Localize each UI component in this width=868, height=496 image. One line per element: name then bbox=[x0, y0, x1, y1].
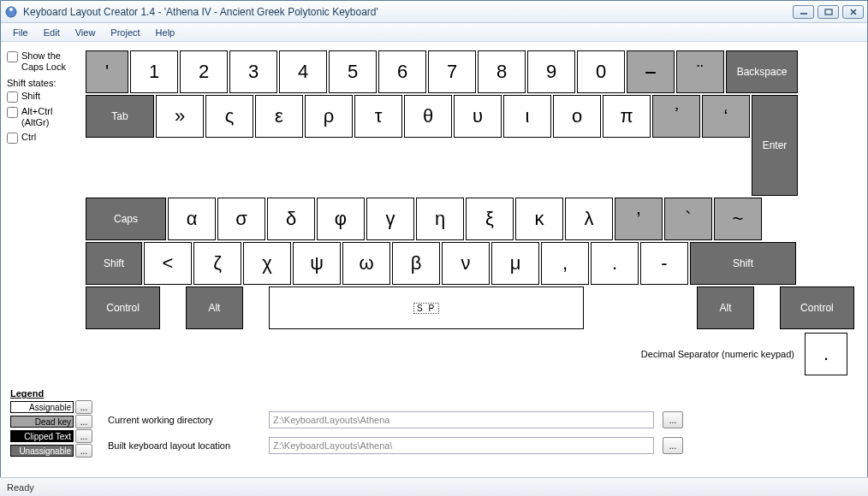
key-backspace[interactable]: Backspace bbox=[726, 50, 798, 93]
cwd-label: Current working directory bbox=[108, 415, 262, 425]
key-char[interactable]: - bbox=[640, 242, 688, 285]
shift-states-heading: Shift states: bbox=[7, 78, 82, 89]
key-char[interactable]: ν bbox=[442, 242, 490, 285]
legend-deadkey-button[interactable]: ... bbox=[75, 415, 92, 428]
key-caps[interactable]: Caps bbox=[86, 198, 166, 240]
statusbar: Ready bbox=[0, 477, 868, 496]
key-char[interactable]: ς bbox=[205, 95, 253, 138]
key-char[interactable]: ε bbox=[255, 95, 303, 138]
maximize-button[interactable] bbox=[817, 5, 839, 19]
key-char[interactable]: λ bbox=[565, 198, 613, 240]
key-tab[interactable]: Tab bbox=[86, 95, 154, 138]
key-char[interactable]: . bbox=[591, 242, 639, 285]
cwd-input[interactable]: Z:\KeyboardLayouts\Athena bbox=[269, 411, 654, 428]
decimal-separator-key[interactable]: . bbox=[805, 333, 847, 375]
shift-state-panel: Show the Caps Lock Shift states: Shift A… bbox=[7, 50, 82, 147]
key-shift[interactable]: Shift bbox=[86, 242, 142, 285]
key-char[interactable]: 2 bbox=[180, 50, 228, 93]
menu-edit[interactable]: Edit bbox=[37, 26, 67, 39]
key-char[interactable]: μ bbox=[491, 242, 539, 285]
key-dead[interactable]: ’ bbox=[615, 198, 663, 240]
legend-unassignable-button[interactable]: ... bbox=[75, 444, 92, 458]
key-char[interactable]: θ bbox=[404, 95, 452, 138]
key-dead[interactable]: ` bbox=[664, 198, 712, 240]
close-button[interactable] bbox=[842, 5, 864, 19]
legend-clipped-swatch: Clipped Text bbox=[10, 430, 74, 442]
key-enter[interactable]: Enter bbox=[752, 95, 798, 196]
ctrl-label: Ctrl bbox=[21, 132, 36, 143]
key-char[interactable]: σ bbox=[217, 198, 265, 240]
key-control[interactable]: Control bbox=[780, 286, 854, 329]
key-char[interactable]: 1 bbox=[130, 50, 178, 93]
keyboard-row-4: Shift<ζχψωβνμ,.-Shift bbox=[86, 242, 856, 285]
key-dead[interactable]: ' bbox=[86, 50, 128, 93]
svg-rect-3 bbox=[825, 9, 832, 15]
key-char[interactable]: γ bbox=[366, 198, 414, 240]
key-dead[interactable]: ~ bbox=[714, 198, 762, 240]
menu-file[interactable]: File bbox=[6, 26, 35, 39]
legend-assignable-button[interactable]: ... bbox=[75, 400, 92, 414]
key-char[interactable]: 3 bbox=[229, 50, 277, 93]
legend-assignable-swatch: Assignable bbox=[10, 401, 74, 413]
show-caps-checkbox[interactable] bbox=[7, 51, 18, 62]
menubar: File Edit View Project Help bbox=[1, 23, 867, 42]
key-char[interactable]: ω bbox=[342, 242, 390, 285]
minimize-button[interactable] bbox=[793, 5, 814, 19]
key-char[interactable]: , bbox=[541, 242, 589, 285]
key-char[interactable]: 8 bbox=[478, 50, 526, 93]
key-char[interactable]: χ bbox=[243, 242, 291, 285]
key-alt[interactable]: Alt bbox=[697, 286, 754, 329]
key-char[interactable]: ψ bbox=[293, 242, 341, 285]
key-char[interactable]: < bbox=[144, 242, 192, 285]
key-char[interactable]: ξ bbox=[466, 198, 514, 240]
key-spacebar[interactable]: S P bbox=[269, 286, 585, 329]
build-loc-label: Built keyboard layout location bbox=[108, 440, 262, 451]
key-char[interactable]: 4 bbox=[279, 50, 327, 93]
menu-project[interactable]: Project bbox=[104, 26, 146, 39]
key-char[interactable]: φ bbox=[317, 198, 365, 240]
key-char[interactable]: 6 bbox=[378, 50, 426, 93]
key-char[interactable]: η bbox=[416, 198, 464, 240]
key-char[interactable]: 0 bbox=[577, 50, 625, 93]
key-char[interactable]: ρ bbox=[305, 95, 353, 138]
key-char[interactable]: ζ bbox=[193, 242, 241, 285]
key-char[interactable]: π bbox=[603, 95, 651, 138]
spacebar-label: S P bbox=[413, 303, 439, 314]
shift-checkbox[interactable] bbox=[7, 92, 18, 103]
keyboard-row-3: Capsασδφγηξκλ’`~ bbox=[86, 198, 856, 240]
keyboard-row-2: Tab»ςερτθυιοπ᾽‘Enter bbox=[86, 95, 856, 196]
key-dead[interactable]: ¨ bbox=[676, 50, 724, 93]
legend-deadkey-swatch: Dead key bbox=[10, 416, 74, 428]
cwd-browse-button[interactable]: ... bbox=[663, 411, 683, 428]
legend: Legend Assignable ... Dead key ... Clipp… bbox=[10, 388, 92, 458]
key-char[interactable]: ι bbox=[503, 95, 551, 138]
key-char[interactable]: δ bbox=[267, 198, 315, 240]
key-shift[interactable]: Shift bbox=[690, 242, 796, 285]
key-dead[interactable]: ‒ bbox=[627, 50, 675, 93]
menu-view[interactable]: View bbox=[68, 26, 103, 39]
key-char[interactable]: 9 bbox=[527, 50, 575, 93]
keyboard-row-1: '1234567890‒¨Backspace bbox=[86, 50, 856, 93]
keyboard-row-5: ControlAltS PAltControl bbox=[86, 286, 856, 329]
key-char[interactable]: ο bbox=[553, 95, 601, 138]
build-loc-browse-button[interactable]: ... bbox=[663, 437, 683, 454]
legend-clipped-button[interactable]: ... bbox=[75, 429, 92, 443]
key-char[interactable]: 5 bbox=[329, 50, 377, 93]
legend-unassignable-swatch: Unassignable bbox=[10, 445, 74, 457]
build-loc-input[interactable]: Z:\KeyboardLayouts\Athena\ bbox=[269, 437, 654, 454]
key-alt[interactable]: Alt bbox=[186, 286, 243, 329]
key-dead[interactable]: ᾽ bbox=[652, 95, 700, 138]
key-dead[interactable]: ‘ bbox=[702, 95, 750, 138]
key-control[interactable]: Control bbox=[86, 286, 160, 329]
key-char[interactable]: β bbox=[392, 242, 440, 285]
altgr-label: Alt+Ctrl (AltGr) bbox=[21, 106, 52, 128]
key-char[interactable]: υ bbox=[454, 95, 502, 138]
key-char[interactable]: α bbox=[168, 198, 216, 240]
key-char[interactable]: τ bbox=[354, 95, 402, 138]
key-char[interactable]: 7 bbox=[428, 50, 476, 93]
key-char[interactable]: » bbox=[156, 95, 204, 138]
key-char[interactable]: κ bbox=[515, 198, 563, 240]
altgr-checkbox[interactable] bbox=[7, 107, 18, 118]
ctrl-checkbox[interactable] bbox=[7, 133, 18, 144]
menu-help[interactable]: Help bbox=[149, 26, 182, 39]
